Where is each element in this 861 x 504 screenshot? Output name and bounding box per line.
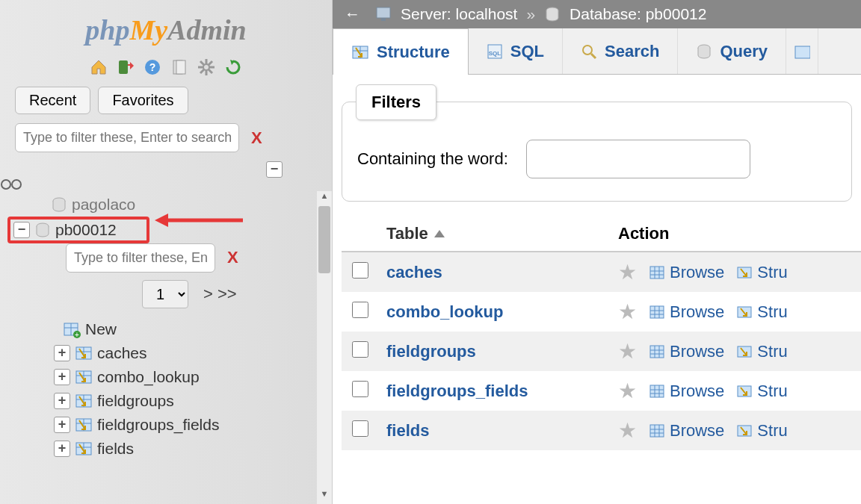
column-action: Action [618,224,861,243]
structure-link[interactable]: Stru [736,421,787,441]
tab-search[interactable]: Search [563,28,678,74]
favorite-icon[interactable]: ★ [618,299,637,324]
gear-icon[interactable] [196,57,217,78]
scroll-down-icon[interactable]: ▼ [317,489,332,504]
table-icon [75,368,93,386]
row-checkbox[interactable] [352,341,368,358]
new-table-icon: + [63,320,81,338]
reload-icon[interactable] [223,57,244,78]
structure-icon [736,343,753,360]
clear-sub-filter-icon[interactable]: X [223,248,243,267]
search-icon [581,43,597,60]
favorite-icon[interactable]: ★ [618,260,637,284]
table-name-link[interactable]: caches [386,263,442,282]
clear-filter-icon[interactable]: X [247,128,267,148]
structure-icon [794,43,810,60]
table-icon [75,344,93,362]
svg-point-13 [12,180,21,189]
favorites-button[interactable]: Favorites [98,87,188,114]
filter-input[interactable] [15,123,239,152]
collapse-icon[interactable]: − [13,222,30,238]
svg-rect-48 [795,46,810,58]
svg-text:SQL: SQL [489,50,502,57]
structure-icon [351,43,369,61]
table-name-link[interactable]: fieldgroups [386,342,476,361]
tree-item-table[interactable]: + fields [7,437,324,461]
tab-structure[interactable]: Structure [333,28,469,75]
server-link[interactable]: Server: localhost [401,5,517,23]
svg-rect-0 [119,60,128,74]
sort-asc-icon[interactable] [434,230,445,237]
back-icon[interactable]: ← [339,5,366,23]
row-checkbox[interactable] [352,381,368,397]
table-row: caches ★ Browse Stru [342,252,861,292]
browse-link[interactable]: Browse [649,342,724,361]
svg-rect-37 [377,7,390,18]
tree-item-table[interactable]: + combo_lookup [7,365,324,389]
phpmyadmin-logo[interactable]: phpMyAdmin [0,0,332,52]
row-checkbox[interactable] [352,420,368,437]
svg-rect-5 [176,60,185,74]
tree-item-table[interactable]: + fieldgroups_fields [7,413,324,437]
tree-item-cut: + pagolaco [7,193,324,217]
docs-icon[interactable] [169,57,190,78]
table-name-link[interactable]: fieldgroups_fields [386,382,528,401]
structure-link[interactable]: Stru [736,342,787,361]
browse-icon [649,343,665,360]
browse-icon [649,383,665,399]
sidebar-scrollbar[interactable]: ▲ ▼ [317,191,332,504]
tab-sql[interactable]: SQL SQL [469,28,563,74]
table-icon [75,392,93,410]
svg-rect-49 [650,267,664,279]
svg-line-46 [591,54,596,58]
containing-input[interactable] [526,140,750,178]
browse-link[interactable]: Browse [649,421,724,441]
database-tree: + pagolaco − pb00012 X 1 > >> + New + ca… [0,193,332,461]
expand-icon[interactable]: + [54,393,70,409]
page-select[interactable]: 1 [142,280,188,308]
expand-icon[interactable]: + [54,417,70,433]
browse-link[interactable]: Browse [649,382,724,401]
expand-icon[interactable]: + [54,369,70,385]
browse-link[interactable]: Browse [649,263,724,282]
next-pages-button[interactable]: > >> [203,284,237,304]
tree-item-new[interactable]: + New [7,317,324,341]
scroll-thumb[interactable] [318,206,330,273]
svg-text:?: ? [149,61,156,73]
table-name-link[interactable]: fields [386,421,429,441]
collapse-all-icon[interactable]: − [266,161,283,178]
table-name-link[interactable]: combo_lookup [386,302,503,322]
tree-item-table[interactable]: + caches [7,341,324,365]
table-icon [75,416,93,434]
browse-icon [649,264,665,281]
browse-link[interactable]: Browse [649,302,724,322]
help-icon[interactable]: ? [142,57,163,78]
database-link[interactable]: Database: pb00012 [570,5,706,23]
expand-icon[interactable]: + [54,441,70,457]
favorite-icon[interactable]: ★ [618,418,637,443]
recent-button[interactable]: Recent [15,87,90,114]
tab-query[interactable]: Query [678,28,786,74]
table-icon [75,440,93,458]
tree-item-table[interactable]: + fieldgroups [7,389,324,413]
home-icon[interactable] [88,57,109,78]
favorite-icon[interactable]: ★ [618,339,637,364]
structure-link[interactable]: Stru [736,302,787,322]
scroll-up-icon[interactable]: ▲ [317,191,332,206]
structure-link[interactable]: Stru [736,382,787,401]
row-checkbox[interactable] [352,262,368,279]
column-table[interactable]: Table [386,224,428,243]
table-row: fields ★ Browse Stru [342,411,861,450]
exit-icon[interactable] [115,57,136,78]
sub-filter-input[interactable] [66,243,215,273]
tree-item-database-selected[interactable]: − pb00012 [7,217,149,243]
svg-point-45 [583,46,592,55]
browse-icon [649,304,665,320]
row-checkbox[interactable] [352,302,368,318]
expand-icon[interactable]: + [54,345,70,361]
link-icon[interactable] [0,178,287,191]
svg-point-11 [204,65,209,69]
tab-more[interactable] [786,28,818,74]
favorite-icon[interactable]: ★ [618,379,637,403]
structure-link[interactable]: Stru [736,263,787,282]
